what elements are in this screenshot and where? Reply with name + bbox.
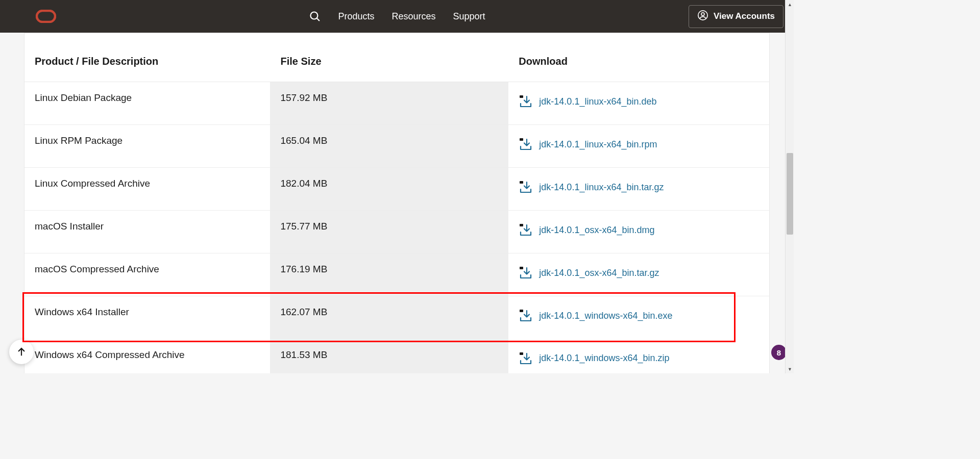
cell-download: jdk-14.0.1_osx-x64_bin.tar.gz — [508, 253, 769, 296]
cell-filesize: 182.04 MB — [270, 168, 508, 211]
cell-download: jdk-14.0.1_windows-x64_bin.zip — [508, 339, 769, 374]
cell-download: jdk-14.0.1_linux-x64_bin.deb — [508, 82, 769, 125]
table-row: Linux Debian Package157.92 MB jdk-14.0.1… — [24, 82, 769, 125]
download-link[interactable]: jdk-14.0.1_windows-x64_bin.zip — [539, 353, 669, 364]
cell-filesize: 162.07 MB — [270, 296, 508, 339]
cell-filesize: 175.77 MB — [270, 211, 508, 253]
scroll-thumb[interactable] — [787, 153, 793, 235]
nav-support[interactable]: Support — [453, 11, 485, 22]
scroll-up-arrow-icon[interactable]: ▲ — [786, 0, 794, 9]
download-link[interactable]: jdk-14.0.1_linux-x64_bin.deb — [539, 96, 656, 107]
svg-line-2 — [316, 18, 319, 21]
svg-rect-0 — [37, 11, 55, 22]
cell-description: Linux Debian Package — [24, 82, 270, 125]
header-download: Download — [508, 43, 769, 82]
svg-point-4 — [701, 12, 704, 15]
notification-badge[interactable]: 8 — [771, 345, 787, 360]
cell-download: jdk-14.0.1_linux-x64_bin.tar.gz — [508, 168, 769, 211]
back-to-top-button[interactable] — [9, 340, 34, 364]
main-content: Product / File Description File Size Dow… — [24, 33, 770, 373]
download-link[interactable]: jdk-14.0.1_linux-x64_bin.tar.gz — [539, 182, 664, 193]
cell-description: Linux Compressed Archive — [24, 168, 270, 211]
search-icon[interactable] — [308, 10, 321, 22]
oracle-logo[interactable] — [36, 10, 56, 23]
download-icon[interactable] — [519, 224, 532, 236]
download-icon[interactable] — [519, 310, 532, 322]
top-navigation: Products Resources Support View Accounts — [0, 0, 794, 33]
table-row: Windows x64 Installer162.07 MB jdk-14.0.… — [24, 296, 769, 339]
cell-description: macOS Installer — [24, 211, 270, 253]
header-filesize: File Size — [270, 43, 508, 82]
cell-filesize: 181.53 MB — [270, 339, 508, 374]
nav-products[interactable]: Products — [338, 11, 374, 22]
cell-download: jdk-14.0.1_windows-x64_bin.exe — [508, 296, 769, 339]
nav-resources[interactable]: Resources — [391, 11, 435, 22]
cell-filesize: 165.04 MB — [270, 125, 508, 168]
nav-center: Products Resources Support — [308, 10, 485, 22]
cell-description: Linux RPM Package — [24, 125, 270, 168]
scroll-down-arrow-icon[interactable]: ▼ — [786, 365, 794, 373]
download-icon[interactable] — [519, 352, 532, 365]
cell-download: jdk-14.0.1_linux-x64_bin.rpm — [508, 125, 769, 168]
cell-description: Windows x64 Installer — [24, 296, 270, 339]
download-icon[interactable] — [519, 181, 532, 193]
download-table: Product / File Description File Size Dow… — [24, 43, 769, 373]
header-description: Product / File Description — [24, 43, 270, 82]
svg-point-1 — [310, 12, 317, 19]
cell-filesize: 157.92 MB — [270, 82, 508, 125]
view-accounts-button[interactable]: View Accounts — [689, 5, 783, 28]
cell-download: jdk-14.0.1_osx-x64_bin.dmg — [508, 211, 769, 253]
download-link[interactable]: jdk-14.0.1_linux-x64_bin.rpm — [539, 139, 657, 150]
table-row: Windows x64 Compressed Archive181.53 MB … — [24, 339, 769, 374]
user-icon — [697, 10, 708, 23]
download-link[interactable]: jdk-14.0.1_osx-x64_bin.tar.gz — [539, 268, 659, 278]
download-link[interactable]: jdk-14.0.1_osx-x64_bin.dmg — [539, 225, 654, 236]
partial-link-row — [24, 33, 769, 43]
cell-description: Windows x64 Compressed Archive — [24, 339, 270, 374]
download-icon[interactable] — [519, 138, 532, 150]
download-link[interactable]: jdk-14.0.1_windows-x64_bin.exe — [539, 311, 672, 321]
scrollbar[interactable]: ▲ ▼ — [785, 0, 794, 373]
table-row: macOS Installer175.77 MB jdk-14.0.1_osx-… — [24, 211, 769, 253]
cell-filesize: 176.19 MB — [270, 253, 508, 296]
download-icon[interactable] — [519, 267, 532, 279]
table-row: Linux RPM Package165.04 MB jdk-14.0.1_li… — [24, 125, 769, 168]
download-icon[interactable] — [519, 95, 532, 108]
view-accounts-label: View Accounts — [714, 11, 775, 21]
table-row: macOS Compressed Archive176.19 MB jdk-14… — [24, 253, 769, 296]
table-row: Linux Compressed Archive182.04 MB jdk-14… — [24, 168, 769, 211]
cell-description: macOS Compressed Archive — [24, 253, 270, 296]
